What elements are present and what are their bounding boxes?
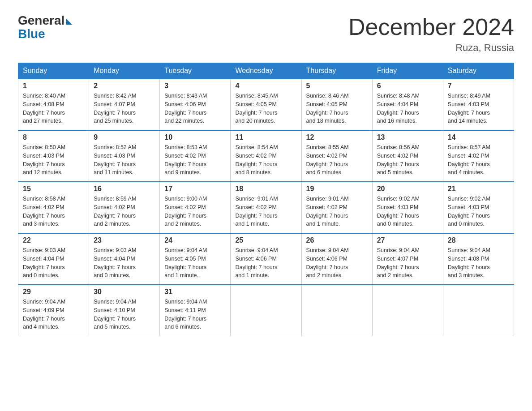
calendar-cell: 31 Sunrise: 9:04 AM Sunset: 4:11 PM Dayl… [160, 285, 231, 336]
day-info: Sunrise: 8:52 AM Sunset: 4:03 PM Dayligh… [94, 143, 155, 177]
header-tuesday: Tuesday [160, 63, 231, 79]
day-info: Sunrise: 9:01 AM Sunset: 4:02 PM Dayligh… [235, 195, 296, 228]
day-info: Sunrise: 8:42 AM Sunset: 4:07 PM Dayligh… [94, 92, 155, 125]
week-row-1: 1 Sunrise: 8:40 AM Sunset: 4:08 PM Dayli… [18, 79, 514, 130]
day-info: Sunrise: 8:40 AM Sunset: 4:08 PM Dayligh… [23, 92, 84, 125]
day-number: 23 [94, 236, 155, 244]
logo-arrow-icon [66, 18, 72, 25]
day-info: Sunrise: 9:02 AM Sunset: 4:03 PM Dayligh… [448, 195, 509, 228]
calendar-cell: 18 Sunrise: 9:01 AM Sunset: 4:02 PM Dayl… [231, 182, 301, 233]
day-info: Sunrise: 9:04 AM Sunset: 4:10 PM Dayligh… [94, 298, 155, 331]
day-number: 30 [94, 288, 155, 296]
calendar-cell: 2 Sunrise: 8:42 AM Sunset: 4:07 PM Dayli… [89, 79, 160, 130]
day-number: 15 [23, 185, 84, 193]
day-info: Sunrise: 9:03 AM Sunset: 4:04 PM Dayligh… [94, 246, 155, 280]
logo-blue-text: Blue [18, 27, 45, 41]
calendar-cell [301, 285, 372, 336]
day-number: 5 [306, 82, 368, 90]
day-number: 9 [94, 133, 155, 141]
day-number: 1 [23, 82, 84, 90]
calendar-cell: 17 Sunrise: 9:00 AM Sunset: 4:02 PM Dayl… [160, 182, 231, 233]
day-info: Sunrise: 9:02 AM Sunset: 4:03 PM Dayligh… [377, 195, 438, 228]
day-info: Sunrise: 9:03 AM Sunset: 4:04 PM Dayligh… [23, 246, 84, 280]
day-info: Sunrise: 8:49 AM Sunset: 4:03 PM Dayligh… [448, 92, 509, 125]
day-info: Sunrise: 8:50 AM Sunset: 4:03 PM Dayligh… [23, 143, 84, 177]
calendar-cell: 29 Sunrise: 9:04 AM Sunset: 4:09 PM Dayl… [18, 285, 89, 336]
week-row-3: 15 Sunrise: 8:58 AM Sunset: 4:02 PM Dayl… [18, 182, 514, 233]
calendar-cell: 28 Sunrise: 9:04 AM Sunset: 4:08 PM Dayl… [443, 233, 514, 285]
day-info: Sunrise: 8:59 AM Sunset: 4:02 PM Dayligh… [94, 195, 155, 228]
calendar-table: Sunday Monday Tuesday Wednesday Thursday… [18, 63, 514, 336]
day-number: 12 [306, 133, 368, 141]
day-number: 8 [23, 133, 84, 141]
calendar-cell: 8 Sunrise: 8:50 AM Sunset: 4:03 PM Dayli… [18, 130, 89, 182]
calendar-cell: 21 Sunrise: 9:02 AM Sunset: 4:03 PM Dayl… [443, 182, 514, 233]
day-number: 11 [235, 133, 296, 141]
calendar-cell: 24 Sunrise: 9:04 AM Sunset: 4:05 PM Dayl… [160, 233, 231, 285]
header-wednesday: Wednesday [231, 63, 301, 79]
calendar-cell: 9 Sunrise: 8:52 AM Sunset: 4:03 PM Dayli… [89, 130, 160, 182]
day-number: 29 [23, 288, 84, 296]
day-number: 14 [448, 133, 509, 141]
day-info: Sunrise: 8:56 AM Sunset: 4:02 PM Dayligh… [377, 143, 438, 177]
calendar-cell: 5 Sunrise: 8:46 AM Sunset: 4:05 PM Dayli… [301, 79, 372, 130]
weekday-header-row: Sunday Monday Tuesday Wednesday Thursday… [18, 63, 514, 79]
day-info: Sunrise: 9:04 AM Sunset: 4:05 PM Dayligh… [164, 246, 226, 280]
day-number: 2 [94, 82, 155, 90]
calendar-cell: 20 Sunrise: 9:02 AM Sunset: 4:03 PM Dayl… [372, 182, 443, 233]
week-row-4: 22 Sunrise: 9:03 AM Sunset: 4:04 PM Dayl… [18, 233, 514, 285]
calendar-cell: 12 Sunrise: 8:55 AM Sunset: 4:02 PM Dayl… [301, 130, 372, 182]
day-info: Sunrise: 9:04 AM Sunset: 4:07 PM Dayligh… [377, 246, 438, 280]
calendar-cell: 22 Sunrise: 9:03 AM Sunset: 4:04 PM Dayl… [18, 233, 89, 285]
header-saturday: Saturday [443, 63, 514, 79]
calendar-cell: 16 Sunrise: 8:59 AM Sunset: 4:02 PM Dayl… [89, 182, 160, 233]
calendar-cell: 4 Sunrise: 8:45 AM Sunset: 4:05 PM Dayli… [231, 79, 301, 130]
day-number: 31 [164, 288, 226, 296]
calendar-cell: 15 Sunrise: 8:58 AM Sunset: 4:02 PM Dayl… [18, 182, 89, 233]
day-info: Sunrise: 9:04 AM Sunset: 4:08 PM Dayligh… [448, 246, 509, 280]
week-row-5: 29 Sunrise: 9:04 AM Sunset: 4:09 PM Dayl… [18, 285, 514, 336]
day-info: Sunrise: 8:55 AM Sunset: 4:02 PM Dayligh… [306, 143, 368, 177]
day-number: 18 [235, 185, 296, 193]
header-friday: Friday [372, 63, 443, 79]
month-title: December 2024 [348, 13, 514, 40]
calendar-cell: 10 Sunrise: 8:53 AM Sunset: 4:02 PM Dayl… [160, 130, 231, 182]
day-info: Sunrise: 9:04 AM Sunset: 4:11 PM Dayligh… [164, 298, 226, 331]
day-number: 28 [448, 236, 509, 244]
day-number: 10 [164, 133, 226, 141]
calendar-cell: 23 Sunrise: 9:03 AM Sunset: 4:04 PM Dayl… [89, 233, 160, 285]
page-header: General Blue December 2024 Ruza, Russia [18, 13, 514, 54]
day-number: 21 [448, 185, 509, 193]
day-info: Sunrise: 8:43 AM Sunset: 4:06 PM Dayligh… [164, 92, 226, 125]
calendar-cell: 14 Sunrise: 8:57 AM Sunset: 4:02 PM Dayl… [443, 130, 514, 182]
calendar-cell: 3 Sunrise: 8:43 AM Sunset: 4:06 PM Dayli… [160, 79, 231, 130]
calendar-cell: 30 Sunrise: 9:04 AM Sunset: 4:10 PM Dayl… [89, 285, 160, 336]
day-number: 6 [377, 82, 438, 90]
calendar-cell: 1 Sunrise: 8:40 AM Sunset: 4:08 PM Dayli… [18, 79, 89, 130]
day-number: 24 [164, 236, 226, 244]
logo: General Blue [18, 13, 72, 41]
day-info: Sunrise: 8:48 AM Sunset: 4:04 PM Dayligh… [377, 92, 438, 125]
calendar-cell: 19 Sunrise: 9:01 AM Sunset: 4:02 PM Dayl… [301, 182, 372, 233]
calendar-cell [231, 285, 301, 336]
day-number: 13 [377, 133, 438, 141]
header-thursday: Thursday [301, 63, 372, 79]
day-info: Sunrise: 8:58 AM Sunset: 4:02 PM Dayligh… [23, 195, 84, 228]
day-number: 20 [377, 185, 438, 193]
day-info: Sunrise: 8:54 AM Sunset: 4:02 PM Dayligh… [235, 143, 296, 177]
logo-general-text: General [18, 13, 64, 28]
day-info: Sunrise: 9:04 AM Sunset: 4:09 PM Dayligh… [23, 298, 84, 331]
day-number: 27 [377, 236, 438, 244]
day-info: Sunrise: 9:00 AM Sunset: 4:02 PM Dayligh… [164, 195, 226, 228]
calendar-cell [372, 285, 443, 336]
calendar-cell: 25 Sunrise: 9:04 AM Sunset: 4:06 PM Dayl… [231, 233, 301, 285]
calendar-cell: 11 Sunrise: 8:54 AM Sunset: 4:02 PM Dayl… [231, 130, 301, 182]
day-info: Sunrise: 8:57 AM Sunset: 4:02 PM Dayligh… [448, 143, 509, 177]
day-info: Sunrise: 9:04 AM Sunset: 4:06 PM Dayligh… [306, 246, 368, 280]
header-monday: Monday [89, 63, 160, 79]
day-number: 26 [306, 236, 368, 244]
day-number: 19 [306, 185, 368, 193]
day-info: Sunrise: 9:01 AM Sunset: 4:02 PM Dayligh… [306, 195, 368, 228]
week-row-2: 8 Sunrise: 8:50 AM Sunset: 4:03 PM Dayli… [18, 130, 514, 182]
calendar-cell [443, 285, 514, 336]
